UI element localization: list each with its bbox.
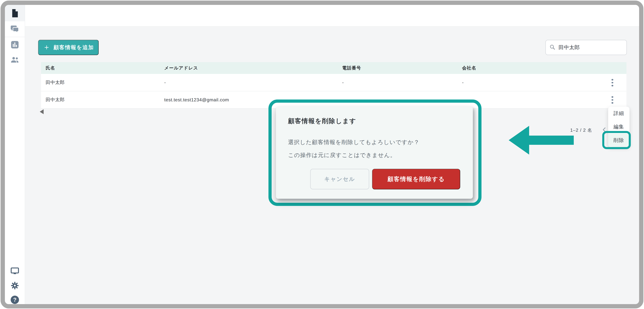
- cancel-button[interactable]: キャンセル: [310, 169, 369, 189]
- help-icon: ?: [11, 296, 19, 304]
- monitor-icon: [10, 267, 20, 276]
- top-bar: [25, 5, 639, 26]
- cell-company: -: [462, 74, 464, 91]
- table-header-row: 氏名 メールアドレス 電話番号 会社名: [41, 62, 626, 74]
- bar-chart-icon: [10, 40, 19, 50]
- dialog-title: 顧客情報を削除します: [288, 117, 356, 125]
- cell-name: 田中太郎: [46, 91, 65, 108]
- sidebar-item-analytics[interactable]: [5, 40, 25, 49]
- column-header-phone: 電話番号: [342, 62, 361, 74]
- annotation-arrow-icon: [508, 121, 575, 160]
- plus-icon: ＋: [43, 42, 50, 52]
- add-customer-button[interactable]: ＋ 顧客情報を追加: [38, 40, 98, 55]
- row-actions-menu-button[interactable]: [609, 95, 616, 104]
- sidebar-item-settings[interactable]: [5, 282, 25, 290]
- table-row[interactable]: 田中太郎 - - -: [41, 74, 626, 91]
- column-header-company: 会社名: [462, 62, 476, 74]
- chat-icon: [10, 24, 19, 34]
- gear-icon: [10, 281, 19, 291]
- add-customer-label: 顧客情報を追加: [54, 44, 94, 51]
- column-header-name: 氏名: [46, 62, 55, 74]
- search-icon: [549, 44, 556, 51]
- dialog-body-line: 選択した顧客情報を削除してもよろしいですか？: [288, 138, 420, 146]
- sidebar-item-chat[interactable]: [5, 25, 25, 34]
- sidebar-item-customers[interactable]: [5, 9, 25, 18]
- row-actions-menu-button[interactable]: [609, 78, 616, 87]
- document-icon: [10, 9, 19, 18]
- cell-email: test.test.test1234@gmail.com: [164, 91, 229, 108]
- sidebar: ?: [5, 5, 25, 304]
- people-icon: [10, 55, 20, 65]
- sidebar-item-users[interactable]: [5, 55, 25, 65]
- column-header-email: メールアドレス: [164, 62, 198, 74]
- dialog-body-line: この操作は元に戻すことはできません。: [288, 151, 396, 159]
- search-input[interactable]: [558, 44, 623, 51]
- sidebar-divider: [5, 37, 25, 37]
- browser-frame: ? 顧客一覧 テ太 テスト 太郎 受付可能 ＋ 顧客情報を追加 氏名 メールアド…: [0, 0, 644, 309]
- menu-item-details[interactable]: 詳細: [608, 107, 630, 120]
- cell-email: -: [164, 74, 166, 91]
- sidebar-item-help[interactable]: ?: [5, 296, 25, 304]
- annotation-highlight-delete: [602, 131, 631, 149]
- cell-phone: -: [342, 74, 344, 91]
- confirm-delete-button[interactable]: 顧客情報を削除する: [372, 169, 460, 189]
- sidebar-item-devices[interactable]: [5, 267, 25, 276]
- cell-name: 田中太郎: [46, 74, 65, 91]
- table-scroll-indicator-icon: [40, 109, 44, 114]
- search-box: [546, 40, 627, 55]
- app-root: ? 顧客一覧 テ太 テスト 太郎 受付可能 ＋ 顧客情報を追加 氏名 メールアド…: [5, 5, 639, 304]
